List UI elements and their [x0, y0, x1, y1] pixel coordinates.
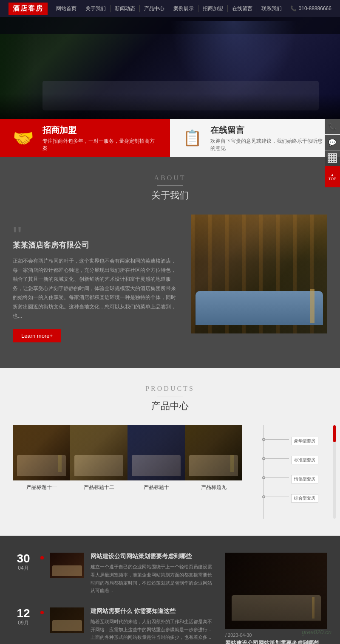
hero-gradient-overlay: [0, 93, 340, 119]
product-label-4: 产品标题九: [185, 480, 242, 494]
chart-hline-1: [264, 439, 289, 440]
product-item-1[interactable]: 产品标题十一: [13, 425, 70, 494]
about-section-header: ABOUT 关于我们: [0, 174, 340, 202]
nav-news[interactable]: 新闻动态: [110, 5, 140, 12]
message-text: 在线留言 欢迎留下宝贵的意见或建议，我们始终乐于倾听您的意见: [210, 124, 327, 152]
franchise-desc: 专注招商外包多年，一对一服务，量身定制招商方案: [42, 138, 157, 152]
products-section-header: PRODUCTS 产品中心: [0, 385, 340, 412]
news-day-1: 30: [13, 553, 34, 565]
thumb-sim-2: [52, 620, 82, 631]
thumb-sim-1: [52, 565, 82, 576]
message-title: 在线留言: [210, 124, 327, 136]
product-img-2: [70, 425, 128, 480]
product-overlay-1: [13, 425, 70, 480]
about-content: " 某某酒店客房有限公司 正如不会有两片相同的叶子，这个世界也不会有两家相同的英…: [0, 215, 340, 351]
message-desc: 欢迎留下宝贵的意见或建议，我们始终乐于倾听您的意见: [210, 138, 327, 152]
nav-contact[interactable]: 联系我们: [257, 5, 286, 12]
news-title-1[interactable]: 网站建设公司网站策划需要考虑到哪些: [91, 553, 212, 560]
news-month-1: 04月: [13, 565, 34, 572]
promo-message[interactable]: 📋 在线留言 欢迎留下宝贵的意见或建议，我们始终乐于倾听您的意见: [170, 119, 340, 157]
header: 酒店客房 网站首页 关于我们 新闻动态 产品中心 案例展示 招商加盟 在线留言 …: [0, 0, 340, 17]
side-message-button[interactable]: 💬: [325, 135, 340, 150]
room-type-3[interactable]: 情侣型套房: [291, 475, 318, 483]
news-month-2: 09月: [13, 619, 34, 627]
news-thumb-2: [50, 607, 84, 633]
about-section: ABOUT 关于我们 " 某某酒店客房有限公司 正如不会有两片相同的叶子，这个世…: [0, 157, 340, 368]
featured-title[interactable]: 网站建设公司网站策划需要考虑到哪些: [225, 639, 327, 644]
about-sofa-decoration: [196, 291, 323, 325]
nav-message[interactable]: 在线留言: [228, 5, 257, 12]
chart-hline-3: [264, 477, 289, 478]
news-featured: / 2023-04-30 网站建设公司网站策划需要考虑到哪些 建立一个遵于自己的…: [225, 553, 327, 644]
product-img-4: [185, 425, 242, 480]
room-type-2[interactable]: 标准型套房: [291, 456, 318, 464]
message-icon: 📋: [183, 129, 202, 147]
nav-home[interactable]: 网站首页: [52, 5, 81, 12]
news-date-2: 12 09月: [13, 607, 34, 627]
product-overlay-4: [185, 425, 242, 480]
news-title-2[interactable]: 建网站需要什么 你需要知道这些: [91, 607, 212, 615]
nav-products[interactable]: 产品中心: [140, 5, 169, 12]
about-image: [191, 215, 327, 333]
nav-franchise[interactable]: 招商加盟: [198, 5, 228, 12]
about-company-name: 某某酒店客房有限公司: [13, 240, 178, 250]
about-lamp-decoration: [310, 289, 314, 323]
logo: 酒店客房: [8, 3, 48, 15]
news-item-2: 12 09月 建网站需要什么 你需要知道这些 随着互联网时代的来临，人们因额外的…: [13, 607, 212, 641]
phone-number: 📞 010-88886666: [290, 6, 332, 11]
product-item-2[interactable]: 产品标题十二: [70, 425, 128, 494]
product-label-3: 产品标题十: [128, 480, 185, 494]
side-buttons: 📞 💬 ▲ TOP: [325, 119, 340, 188]
products-with-chart: 产品标题十一 产品标题十二 产品标题十: [0, 425, 340, 519]
hero-banner: [0, 17, 340, 119]
products-grid: 产品标题十一 产品标题十二 产品标题十: [4, 425, 251, 503]
news-dot-2: [40, 611, 44, 614]
room-type-chart: 豪华型套房 标准型套房 情侣型套房 综合型套房: [251, 425, 336, 519]
news-container: 30 04月 网站建设公司网站策划需要考虑到哪些 建立一个遵于自己的企业网站围绕…: [0, 553, 340, 644]
news-date-1: 30 04月: [13, 553, 34, 572]
product-img-1: [13, 425, 70, 480]
products-section-zh: 产品中心: [0, 400, 340, 412]
news-text-2: 建网站需要什么 你需要知道这些 随着互联网时代的来临，人们因额外的工作和生活都是…: [91, 607, 212, 641]
promo-franchise[interactable]: 🤝 招商加盟 专注招商外包多年，一对一服务，量身定制招商方案: [0, 119, 170, 157]
room-type-4[interactable]: 综合型套房: [291, 494, 318, 503]
news-thumb-1: [50, 553, 84, 578]
news-list: 30 04月 网站建设公司网站策划需要考虑到哪些 建立一个遵于自己的企业网站围绕…: [13, 553, 212, 644]
featured-date: / 2023-04-30: [225, 629, 327, 639]
products-section: PRODUCTS 产品中心 产品标题十一: [0, 368, 340, 536]
products-divider: [157, 396, 183, 396]
about-section-zh: 关于我们: [0, 189, 340, 202]
news-text-1: 网站建设公司网站策划需要考虑到哪些 建立一个遵于自己的企业网站围绕于上一个轻松页…: [91, 553, 212, 595]
products-section-en: PRODUCTS: [0, 385, 340, 393]
section-divider: [157, 185, 183, 186]
franchise-icon: 🤝: [13, 128, 34, 148]
qr-icon: [328, 153, 337, 163]
scroll-thumb: [333, 425, 336, 442]
news-section: 30 04月 网站建设公司网站策划需要考虑到哪些 建立一个遵于自己的企业网站围绕…: [0, 536, 340, 644]
learn-more-button[interactable]: Learn more+: [13, 329, 61, 342]
featured-overlay: [225, 553, 327, 629]
nav-about[interactable]: 关于我们: [81, 5, 110, 12]
top-arrow-icon: ▲: [331, 173, 334, 177]
product-overlay-3: [128, 425, 185, 480]
franchise-title: 招商加盟: [42, 124, 157, 136]
product-item-4[interactable]: 产品标题九: [185, 425, 242, 494]
about-section-en: ABOUT: [0, 174, 340, 182]
phone-icon: 📞: [290, 6, 297, 11]
back-to-top-button[interactable]: ▲ TOP: [325, 166, 340, 187]
room-type-1[interactable]: 豪华型套房: [291, 437, 318, 445]
news-dot-1: [40, 556, 44, 559]
about-text-area: " 某某酒店客房有限公司 正如不会有两片相同的叶子，这个世界也不会有两家相同的英…: [13, 215, 178, 351]
main-nav: 网站首页 关于我们 新闻动态 产品中心 案例展示 招商加盟 在线留言 联系我们: [52, 5, 286, 12]
news-desc-2: 随着互联网时代的来临，人们因额外的工作和生活都是离不开网络，应需加上这些中的网站…: [91, 618, 212, 641]
nav-cases[interactable]: 案例展示: [169, 5, 198, 12]
featured-image: [225, 553, 327, 629]
products-row: 产品标题十一 产品标题十二 产品标题十: [4, 425, 251, 494]
side-phone-button[interactable]: 📞: [325, 119, 340, 134]
side-qr-button[interactable]: [325, 150, 340, 166]
promo-banner: 🤝 招商加盟 专注招商外包多年，一对一服务，量身定制招商方案 📋 在线留言 欢迎…: [0, 119, 340, 157]
product-item-3[interactable]: 产品标题十: [128, 425, 185, 494]
top-label: TOP: [329, 177, 336, 181]
about-description: 正如不会有两片相同的叶子，这个世界也不会有两家相同的英迪格酒店，每一家酒店的设计…: [13, 257, 178, 321]
scroll-indicator: [333, 425, 336, 519]
